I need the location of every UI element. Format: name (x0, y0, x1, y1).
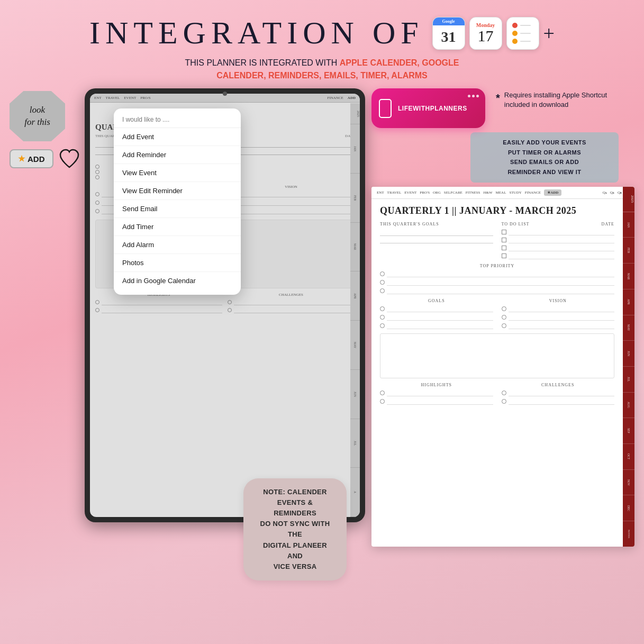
lwp-phone (379, 99, 392, 118)
teal-line3: SEND EMAILS OR ADD (479, 157, 610, 167)
context-item-add-event[interactable]: Add Event (114, 128, 241, 146)
subtitle-text: THIS PLANNER IS INTEGRATED WITH (185, 58, 338, 67)
highlights-challenges-left: HIGHLIGHTS CHALLENGES (95, 293, 355, 313)
apple-calendar-icon: Monday 17 (469, 17, 502, 50)
right-section: LIFEWITHPLANNERS * Requires installing A… (371, 88, 634, 575)
todo-date-row: TO DO LIST DATE (502, 222, 615, 226)
month-feb-left: FEB (350, 174, 360, 223)
goals-vision-right: GOALS VISION (380, 298, 614, 329)
nav-finance: FINANCE (327, 96, 343, 100)
goals-row-right: THIS QUARTER'S GOALS TO DO LIST DATE (380, 222, 614, 259)
month-apr-right: APR (623, 289, 634, 315)
integration-title: INTEGRATION OF (89, 15, 424, 51)
context-item-add-reminder[interactable]: Add Reminder (114, 146, 241, 164)
month-mar-left: MAR (350, 223, 360, 272)
context-item-add-timer[interactable]: Add Timer (114, 218, 241, 236)
gcal-number: 31 (433, 25, 465, 49)
reminder-row-3 (512, 39, 531, 44)
asterisk-note: * Requires installing Apple Shortcut inc… (496, 90, 634, 110)
nav-r-fitness: FITNESS (466, 191, 480, 195)
quarterly-title-right: QUARTERLY 1 || JANUARY - MARCH 2025 (380, 205, 614, 216)
app-icons-group: Google 31 Monday 17 (432, 17, 555, 50)
main-title: INTEGRATION OF Google 31 Monday 17 (89, 15, 555, 51)
teal-info-box: EASILY ADD YOUR EVENTS PUT TIMER OR ALAR… (470, 132, 619, 183)
context-menu: I would like to .... Add Event Add Remin… (114, 108, 241, 295)
context-item-send-email[interactable]: Send Email (114, 200, 241, 218)
teal-line2: PUT TIMER OR ALARMS (479, 148, 610, 158)
month-dec-right: DEC (623, 495, 634, 521)
challenges-label: CHALLENGES (502, 383, 615, 387)
month-sidebar-right: 2025 JAN FEB MAR APR MAY JUN JUL AUG SEP… (623, 187, 634, 547)
teal-line1: EASILY ADD YOUR EVENTS (479, 138, 610, 148)
plus-icon: + (543, 22, 555, 45)
tablet-screen-left: ENT TRAVEL EVENT PRO/S FINANCE ADD QUART… (90, 94, 360, 517)
nav-r-finance: FINANCE (525, 191, 541, 195)
add-button[interactable]: ★ ADD (10, 149, 53, 168)
tablet-right: ENT TRAVEL EVENT PRO'S ORG SELFCARE FITN… (371, 187, 634, 547)
note-bubble: NOTE: CALENDEREVENTS & REMINDERSDO NOT S… (243, 478, 347, 580)
nav-r-study: STUDY (509, 191, 521, 195)
month-jan-left: JAN (350, 124, 360, 174)
nav-travel: TRAVEL (106, 96, 120, 100)
lwp-widget: LIFEWITHPLANNERS (371, 88, 485, 128)
nav-r-travel: TRAVEL (387, 191, 402, 195)
reminder-row-2 (512, 31, 531, 36)
nav-r-add: ★ADD (544, 189, 561, 196)
nav-r-hw: H&W (483, 191, 492, 195)
nav-r-org: ORG (433, 191, 441, 195)
context-item-view-event[interactable]: View Event (114, 164, 241, 182)
vision-label-right: VISION (502, 298, 615, 303)
vision-label2: VISION (228, 185, 355, 189)
reminder-row-1 (512, 23, 531, 28)
month-apr-left: APR (350, 271, 360, 321)
goals-header-right: THIS QUARTER'S GOALS (380, 222, 493, 226)
top-right-row: LIFEWITHPLANNERS * Requires installing A… (371, 88, 634, 128)
month-jul-right: JUL (623, 367, 634, 393)
goals-label-right: GOALS (380, 298, 493, 303)
context-item-photos[interactable]: Photos (114, 254, 241, 272)
heart-icon (59, 149, 80, 169)
subtitle-section: THIS PLANNER IS INTEGRATED WITH APPLE CA… (0, 57, 644, 82)
todo-header: TO DO LIST (502, 222, 530, 226)
apple-cal-num: 17 (478, 28, 494, 44)
highlights-challenges-right: HIGHLIGHTS CHALLENGES (380, 383, 614, 405)
nav-r-pros: PRO'S (420, 191, 430, 195)
month-sidebar-left: 2025 JAN FEB MAR APR MAY JUN JUL A (350, 103, 360, 517)
month-sep-right: SEP (623, 418, 634, 444)
look-badge-text: lookfor this (24, 104, 50, 128)
teal-line4: REMINDER AND VIEW IT (479, 167, 610, 177)
context-item-add-alarm[interactable]: Add Alarm (114, 236, 241, 254)
context-item-google-cal[interactable]: Add in Google Calendar (114, 272, 241, 289)
context-item-view-edit-reminder[interactable]: View Edit Reminder (114, 182, 241, 200)
month-jul-left: JUL (350, 419, 360, 468)
nav-r-ent: ENT (377, 191, 384, 195)
title-section: INTEGRATION OF Google 31 Monday 17 (0, 0, 644, 51)
month-jun-right: JUN (623, 341, 634, 367)
asterisk-text: Requires installing Apple Shortcut inclu… (504, 90, 634, 110)
star-icon: ★ (18, 154, 25, 164)
asterisk-symbol: * (496, 90, 500, 105)
tablet-camera (223, 92, 227, 96)
left-sidebar: lookfor this ★ ADD (10, 88, 78, 575)
month-mar-right: MAR (623, 264, 634, 289)
month-jan-right: JAN (623, 212, 634, 238)
google-calendar-icon: Google 31 (432, 17, 465, 50)
month-nov-right: NOV (623, 470, 634, 496)
month-oct-right: OCT (623, 444, 634, 470)
nav-r-event: EVENT (404, 191, 416, 195)
planner-nav-right: ENT TRAVEL EVENT PRO'S ORG SELFCARE FITN… (371, 187, 634, 199)
month-notes-right: NOTES (623, 521, 634, 547)
month-may-left: MAY (350, 321, 360, 370)
nav-q3: Q₃ (618, 191, 622, 195)
reminders-icon (506, 17, 539, 50)
highlights-label: HIGHLIGHTS (380, 383, 493, 387)
gcal-top-bar: Google (433, 17, 465, 25)
content-blank-area (380, 333, 614, 378)
tablet-left: ENT TRAVEL EVENT PRO/S FINANCE ADD QUART… (85, 88, 365, 522)
nav-ent: ENT (94, 96, 102, 100)
add-btn-area: ★ ADD (10, 149, 80, 169)
nav-q2: Q₂ (610, 191, 614, 195)
nav-add: ADD (348, 96, 356, 100)
lwp-dots (468, 95, 479, 97)
add-label: ADD (28, 155, 45, 164)
